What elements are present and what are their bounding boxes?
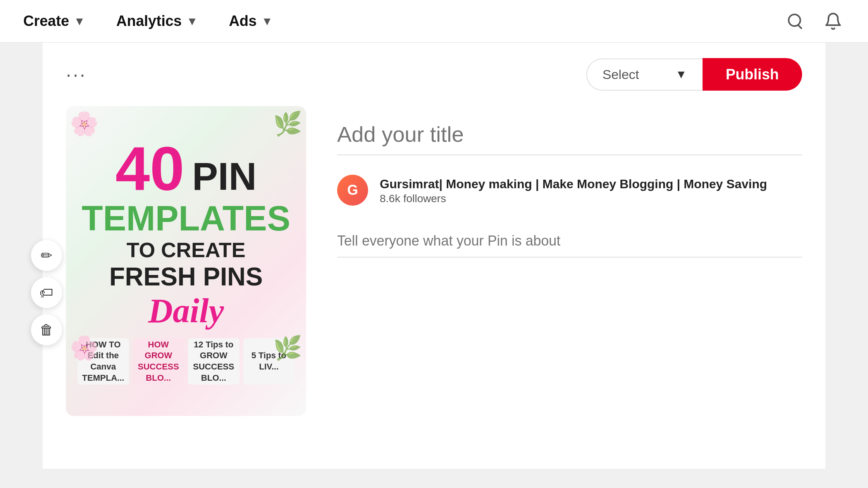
edit-button[interactable]: ✏ (31, 240, 62, 271)
select-dropdown[interactable]: Select ▼ (586, 58, 703, 91)
pin-card-3: 12 Tips to GROW SUCCESS BLO... (188, 338, 239, 385)
pencil-icon: ✏ (41, 247, 52, 264)
flower-decoration-br: 🌿 (273, 334, 302, 362)
nav-create-label: Create (23, 13, 69, 29)
description-input[interactable] (337, 225, 802, 258)
create-chevron-icon: ▼ (74, 15, 85, 28)
nav-ads-label: Ads (229, 13, 257, 29)
topbar-actions: Select ▼ Publish (586, 58, 802, 91)
account-row: G Gursimrat| Money making | Make Money B… (337, 175, 802, 206)
main-content: ··· Select ▼ Publish ✏ 🏷 🗑 (43, 43, 825, 469)
header-right (783, 10, 845, 33)
notifications-button[interactable] (822, 10, 845, 33)
delete-button[interactable]: 🗑 (31, 314, 62, 345)
account-info: Gursimrat| Money making | Make Money Blo… (380, 175, 767, 205)
flower-decoration-tr: 🌿 (273, 110, 302, 137)
nav-analytics-label: Analytics (116, 13, 182, 29)
account-name: Gursimrat| Money making | Make Money Blo… (380, 175, 767, 193)
pin-to-create: TO CREATE (82, 238, 290, 262)
pin-text-content: 40 PIN TEMPLATES TO CREATE FRESH PINS Da… (82, 137, 290, 330)
header: Create ▼ Analytics ▼ Ads ▼ (0, 0, 868, 43)
bell-icon (824, 12, 842, 31)
search-button[interactable] (783, 10, 806, 33)
content-topbar: ··· Select ▼ Publish (66, 58, 802, 91)
pin-fresh-pins: FRESH PINS (82, 262, 290, 291)
pin-daily: Daily (82, 291, 290, 330)
nav-item-ads[interactable]: Ads ▼ (229, 13, 273, 29)
main-nav: Create ▼ Analytics ▼ Ads ▼ (23, 13, 273, 29)
title-input[interactable] (337, 114, 802, 155)
pin-pin-text: PIN (192, 157, 257, 196)
content-body: ✏ 🏷 🗑 🌸 🌿 🌸 🌿 40 PIN (66, 106, 802, 416)
follower-count: 8.6k followers (380, 192, 767, 205)
pin-number: 40 (115, 137, 184, 199)
more-options-button[interactable]: ··· (66, 65, 87, 84)
flower-decoration-tl: 🌸 (70, 110, 99, 137)
select-chevron-icon: ▼ (675, 68, 687, 81)
pin-image: 🌸 🌿 🌸 🌿 40 PIN TEMPLATES TO CREATE FRESH… (66, 106, 306, 416)
trash-icon: 🗑 (40, 322, 53, 338)
analytics-chevron-icon: ▼ (186, 15, 198, 28)
avatar: G (337, 175, 368, 206)
pin-number-row: 40 PIN (82, 137, 290, 199)
pin-templates: TEMPLATES (82, 199, 290, 238)
pin-actions: ✏ 🏷 🗑 (31, 240, 62, 345)
search-icon (785, 12, 804, 31)
tag-icon: 🏷 (40, 285, 53, 301)
ads-chevron-icon: ▼ (261, 15, 273, 28)
pin-card-2: HOW GROW SUCCESS BLO... (133, 338, 184, 385)
pin-form: G Gursimrat| Money making | Make Money B… (337, 106, 802, 258)
select-label: Select (603, 67, 639, 82)
nav-item-create[interactable]: Create ▼ (23, 13, 85, 29)
pin-image-container: ✏ 🏷 🗑 🌸 🌿 🌸 🌿 40 PIN (66, 106, 306, 416)
nav-item-analytics[interactable]: Analytics ▼ (116, 13, 198, 29)
tag-button[interactable]: 🏷 (31, 277, 62, 308)
pin-bottom-cards: HOW TO Edit the Canva TEMPLA... HOW GROW… (78, 338, 294, 385)
flower-decoration-bl: 🌸 (70, 334, 99, 362)
publish-button[interactable]: Publish (703, 58, 802, 91)
